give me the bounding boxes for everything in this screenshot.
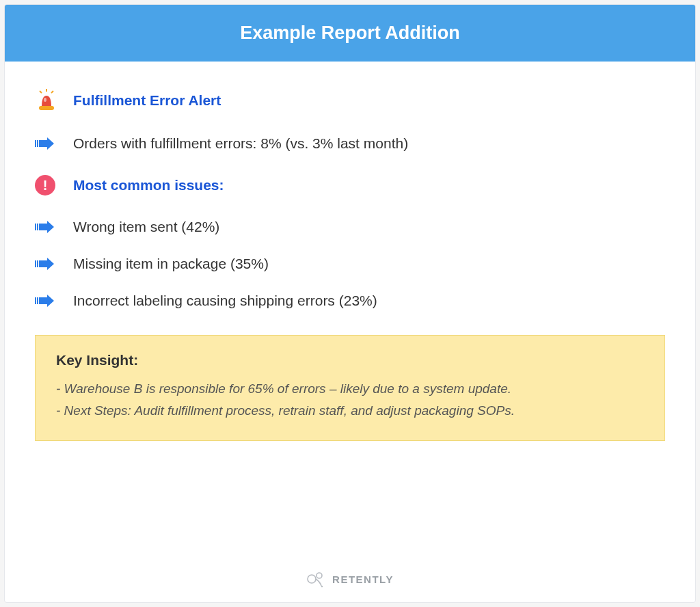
- issue-row: Incorrect labeling causing shipping erro…: [35, 293, 665, 309]
- orders-row: Orders with fulfillment errors: 8% (vs. …: [35, 135, 665, 152]
- arrow-icon: [35, 220, 73, 234]
- svg-rect-4: [39, 106, 54, 110]
- svg-point-19: [321, 586, 323, 587]
- svg-line-1: [40, 91, 42, 93]
- orders-text: Orders with fulfillment errors: 8% (vs. …: [73, 135, 408, 152]
- svg-point-18: [317, 573, 322, 578]
- exclamation-icon: !: [35, 175, 73, 195]
- svg-rect-12: [37, 260, 38, 267]
- insight-line: - Warehouse B is responsible for 65% of …: [56, 378, 644, 400]
- issues-title: Most common issues:: [73, 177, 224, 193]
- svg-rect-5: [35, 140, 36, 147]
- svg-marker-7: [39, 137, 54, 150]
- svg-rect-14: [35, 297, 36, 304]
- svg-line-2: [51, 91, 53, 93]
- alert-title: Fulfillment Error Alert: [73, 92, 221, 109]
- insight-title: Key Insight:: [56, 352, 644, 368]
- header-title: Example Report Addition: [240, 23, 460, 43]
- svg-point-3: [44, 98, 46, 102]
- arrow-icon: [35, 137, 73, 150]
- arrow-icon: [35, 294, 73, 308]
- arrow-icon: [35, 257, 73, 271]
- svg-marker-13: [39, 258, 54, 270]
- issue-text: Missing item in package (35%): [73, 256, 269, 272]
- issues-title-row: ! Most common issues:: [35, 175, 665, 195]
- issue-text: Wrong item sent (42%): [73, 219, 219, 235]
- svg-point-17: [308, 575, 316, 583]
- report-card: Example Report Addition Fulfillment Erro…: [4, 4, 696, 603]
- svg-rect-6: [37, 140, 38, 147]
- svg-rect-15: [37, 297, 38, 304]
- svg-marker-10: [39, 221, 54, 233]
- alert-row: Fulfillment Error Alert: [35, 89, 665, 112]
- footer-brand: RETENTLY: [35, 549, 665, 589]
- issue-row: Missing item in package (35%): [35, 256, 665, 272]
- issue-row: Wrong item sent (42%): [35, 219, 665, 235]
- svg-rect-9: [37, 224, 38, 230]
- svg-rect-11: [35, 260, 36, 267]
- footer-brand-text: RETENTLY: [332, 574, 394, 585]
- svg-marker-16: [39, 295, 54, 307]
- insight-box: Key Insight: - Warehouse B is responsibl…: [35, 335, 665, 441]
- card-body: Fulfillment Error Alert Orders with fulf…: [5, 62, 695, 602]
- svg-rect-8: [35, 224, 36, 230]
- card-header: Example Report Addition: [5, 5, 695, 62]
- retently-logo-icon: [306, 569, 325, 589]
- insight-line: - Next Steps: Audit fulfillment process,…: [56, 400, 644, 422]
- issue-text: Incorrect labeling causing shipping erro…: [73, 293, 377, 309]
- siren-icon: [35, 89, 73, 112]
